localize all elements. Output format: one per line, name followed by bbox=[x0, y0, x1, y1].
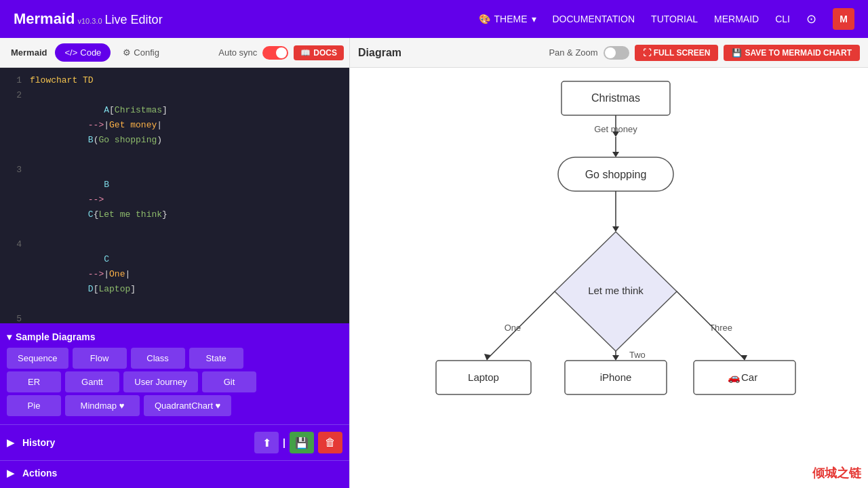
btn-mindmap[interactable]: Mindmap ♥ bbox=[65, 395, 140, 416]
nav-cli[interactable]: CLI bbox=[775, 14, 790, 24]
save-icon: 💾 bbox=[732, 48, 742, 58]
autosync-toggle[interactable] bbox=[262, 46, 288, 60]
pan-zoom-area: Pan & Zoom ⛶ FULL SCREEN 💾 SAVE TO MERMA… bbox=[549, 45, 860, 61]
book-icon: 📖 bbox=[300, 48, 311, 58]
node-christmas: Christmas bbox=[591, 92, 640, 104]
logo-area: Mermaid v10.3.0 Live Editor bbox=[14, 10, 163, 28]
toggle-knob bbox=[276, 47, 287, 58]
left-panel: Mermaid </> Code ⚙ Config Auto sync 📖 DO… bbox=[0, 38, 350, 488]
history-save-btn[interactable]: 💾 bbox=[290, 432, 314, 453]
btn-state[interactable]: State bbox=[189, 348, 243, 369]
svg-marker-7 bbox=[612, 226, 619, 232]
brand-name: Mermaid bbox=[14, 10, 75, 28]
edge-two: Two bbox=[629, 350, 646, 360]
chevron-down-icon: ▾ bbox=[532, 14, 536, 24]
btn-class[interactable]: Class bbox=[131, 348, 185, 369]
autosync-label: Auto sync bbox=[218, 47, 257, 58]
chevron-right-icon: ▶ bbox=[7, 437, 14, 448]
history-delete-btn[interactable]: 🗑 bbox=[318, 432, 342, 453]
editor-label: Live Editor bbox=[105, 13, 163, 27]
autosync-area: Auto sync 📖 DOCS bbox=[218, 45, 344, 60]
history-panel: ▶ History ⬆ | 💾 🗑 bbox=[0, 424, 349, 460]
svg-marker-2 bbox=[612, 131, 619, 137]
node-car: Car bbox=[741, 371, 757, 383]
flowchart-svg: Christmas Get money Go shopping Let me t… bbox=[350, 68, 868, 488]
history-upload-btn[interactable]: ⬆ bbox=[254, 432, 279, 453]
mermaid-logo-button[interactable]: M bbox=[833, 8, 854, 30]
save-mermaid-button[interactable]: 💾 SAVE TO MERMAID CHART bbox=[724, 45, 860, 61]
node-go-shopping: Go shopping bbox=[585, 169, 647, 180]
main-layout: Mermaid </> Code ⚙ Config Auto sync 📖 DO… bbox=[0, 38, 868, 488]
edge-three: Three bbox=[709, 323, 732, 333]
nav-documentation[interactable]: DOCUMENTATION bbox=[553, 14, 635, 24]
diagram-canvas: Christmas Get money Go shopping Let me t… bbox=[350, 68, 868, 488]
edge-one: One bbox=[505, 323, 521, 333]
version-label: v10.3.0 bbox=[77, 17, 102, 25]
palette-icon: 🎨 bbox=[479, 14, 490, 24]
nav-mermaid[interactable]: MERMAID bbox=[714, 14, 759, 24]
tab-config[interactable]: ⚙ Config bbox=[113, 43, 169, 62]
app-header: Mermaid v10.3.0 Live Editor 🎨 THEME ▾ DO… bbox=[0, 0, 868, 38]
code-editor[interactable]: 1 flowchart TD 2 A[Christmas] -->|Get mo… bbox=[0, 68, 349, 323]
gear-icon: ⚙ bbox=[123, 47, 131, 58]
diagram-buttons-row1: Sequence Flow Class State bbox=[7, 348, 342, 369]
nav-tutorial[interactable]: TUTORIAL bbox=[651, 14, 698, 24]
code-line-4: 4 C -->|One| D[Laptop] bbox=[3, 237, 347, 312]
sample-diagrams-header: ▾ Sample Diagrams bbox=[7, 329, 342, 348]
actions-header: ▶ Actions bbox=[7, 465, 342, 484]
diagram-buttons-row2: ER Gantt User Journey Git bbox=[7, 371, 342, 392]
sample-diagrams-panel: ▾ Sample Diagrams Sequence Flow Class St… bbox=[0, 323, 349, 424]
editor-toolbar: Mermaid </> Code ⚙ Config Auto sync 📖 DO… bbox=[0, 38, 349, 68]
btn-gantt[interactable]: Gantt bbox=[65, 371, 119, 392]
svg-marker-13 bbox=[741, 355, 747, 361]
nav-items: 🎨 THEME ▾ DOCUMENTATION TUTORIAL MERMAID… bbox=[479, 8, 855, 30]
docs-button[interactable]: 📖 DOCS bbox=[294, 45, 344, 60]
btn-user-journey[interactable]: User Journey bbox=[123, 371, 198, 392]
diagram-title: Diagram bbox=[358, 47, 401, 59]
btn-pie[interactable]: Pie bbox=[7, 395, 61, 416]
pz-knob bbox=[605, 47, 616, 58]
code-icon: </> bbox=[64, 47, 77, 58]
btn-flow[interactable]: Flow bbox=[73, 348, 127, 369]
code-line-1: 1 flowchart TD bbox=[3, 73, 347, 88]
svg-marker-11 bbox=[612, 355, 619, 361]
watermark: 倾城之链 bbox=[812, 465, 861, 481]
node-laptop: Laptop bbox=[468, 371, 499, 383]
code-line-2: 2 A[Christmas] -->|Get money| B(Go shopp… bbox=[3, 88, 347, 163]
btn-git[interactable]: Git bbox=[202, 371, 256, 392]
code-line-5: 5 C -->|Two| E[iPhone] bbox=[3, 312, 347, 323]
node-car-icon: 🚗 bbox=[728, 371, 741, 384]
node-iphone: iPhone bbox=[600, 371, 632, 383]
chevron-right-icon: ▶ bbox=[7, 468, 14, 479]
nav-theme[interactable]: 🎨 THEME ▾ bbox=[479, 14, 536, 24]
chevron-down-icon: ▾ bbox=[7, 331, 12, 342]
btn-sequence[interactable]: Sequence bbox=[7, 348, 68, 369]
svg-marker-4 bbox=[612, 152, 619, 157]
pan-zoom-toggle[interactable] bbox=[604, 46, 629, 60]
history-header: ▶ History ⬆ | 💾 🗑 bbox=[7, 429, 342, 456]
node-let-me-think: Let me think bbox=[588, 285, 644, 296]
tab-code[interactable]: </> Code bbox=[55, 43, 111, 62]
fullscreen-button[interactable]: ⛶ FULL SCREEN bbox=[635, 45, 719, 61]
right-panel: Diagram Pan & Zoom ⛶ FULL SCREEN 💾 SAVE … bbox=[350, 38, 868, 488]
history-actions: ⬆ | 💾 🗑 bbox=[254, 432, 342, 453]
btn-er[interactable]: ER bbox=[7, 371, 61, 392]
pan-zoom-label: Pan & Zoom bbox=[549, 47, 597, 58]
svg-marker-9 bbox=[484, 354, 491, 361]
nav-github[interactable]: ⊙ bbox=[806, 12, 816, 26]
btn-quadrant[interactable]: QuadrantChart ♥ bbox=[144, 395, 231, 416]
mermaid-tab-label: Mermaid bbox=[5, 47, 52, 58]
code-line-3: 3 B --> C{Let me think} bbox=[3, 163, 347, 237]
github-icon: ⊙ bbox=[806, 12, 816, 26]
diagram-buttons-row3: Pie Mindmap ♥ QuadrantChart ♥ bbox=[7, 395, 342, 416]
actions-panel: ▶ Actions bbox=[0, 460, 349, 488]
fullscreen-icon: ⛶ bbox=[643, 48, 651, 58]
diagram-toolbar: Diagram Pan & Zoom ⛶ FULL SCREEN 💾 SAVE … bbox=[350, 38, 868, 68]
